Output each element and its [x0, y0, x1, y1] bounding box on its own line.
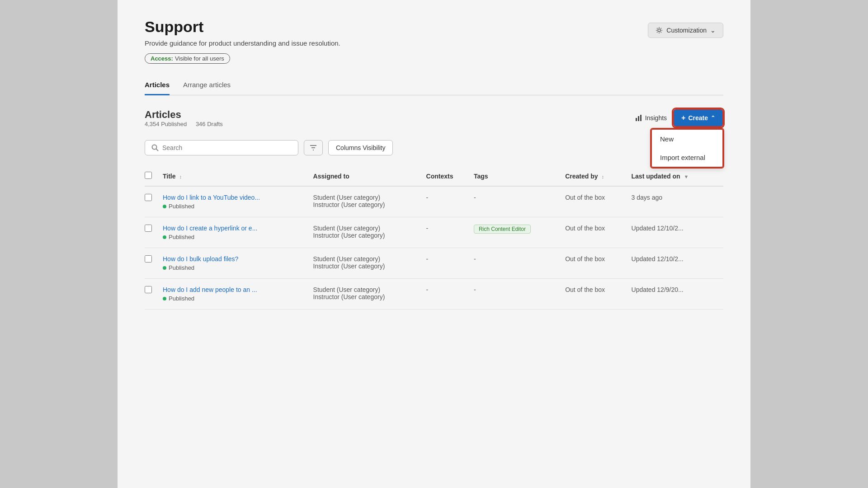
- tags-cell: -: [474, 279, 565, 310]
- table-row: How do I add new people to an ... Publis…: [145, 279, 723, 310]
- table-row: How do I bulk upload files? Published St…: [145, 248, 723, 279]
- created-by-cell: Out of the box: [565, 186, 631, 217]
- tabs-nav: Articles Arrange articles: [145, 76, 723, 95]
- created-by-cell: Out of the box: [565, 279, 631, 310]
- row-checkbox-0[interactable]: [145, 194, 152, 201]
- tags-cell: -: [474, 248, 565, 279]
- bar-chart-icon: [635, 114, 642, 122]
- last-updated-cell: 3 days ago: [632, 186, 723, 217]
- article-link-0[interactable]: How do I link to a YouTube video...: [163, 194, 308, 201]
- status-badge-3: Published: [163, 295, 308, 302]
- col-last-updated: Last updated on ▼: [632, 166, 723, 186]
- article-link-2[interactable]: How do I bulk upload files?: [163, 255, 308, 263]
- header-actions: Insights + Create ⌃ New Import external: [635, 109, 723, 127]
- svg-line-5: [156, 149, 159, 151]
- col-title-label: Title: [163, 173, 176, 180]
- tags-cell: -: [474, 186, 565, 217]
- published-count: 4,354 Published: [145, 121, 187, 127]
- tag-badge: Rich Content Editor: [474, 225, 531, 234]
- articles-meta: 4,354 Published 346 Drafts: [145, 121, 230, 127]
- svg-rect-1: [636, 118, 637, 121]
- status-badge-1: Published: [163, 234, 308, 240]
- row-checkbox-1[interactable]: [145, 225, 152, 232]
- sort-icon-created: ↕: [601, 174, 604, 179]
- green-dot-icon: [163, 205, 166, 208]
- articles-table: Title ↕ Assigned to Contexts Tags Create…: [145, 166, 723, 310]
- table-row: How do I link to a YouTube video... Publ…: [145, 186, 723, 217]
- assigned-to-cell: Student (User category)Instructor (User …: [313, 217, 426, 248]
- article-link-1[interactable]: How do I create a hyperlink or e...: [163, 225, 308, 232]
- insights-label: Insights: [645, 114, 667, 122]
- svg-rect-3: [640, 115, 642, 121]
- create-dropdown-menu: New Import external: [651, 129, 723, 168]
- customization-label: Customization: [666, 27, 707, 34]
- created-by-cell: Out of the box: [565, 217, 631, 248]
- green-dot-icon: [163, 235, 166, 239]
- search-input[interactable]: [162, 144, 292, 151]
- col-tags: Tags: [474, 166, 565, 186]
- assigned-to-cell: Student (User category)Instructor (User …: [313, 186, 426, 217]
- col-title: Title ↕: [163, 166, 313, 186]
- sort-icon-updated: ▼: [684, 174, 689, 179]
- article-link-3[interactable]: How do I add new people to an ...: [163, 286, 308, 293]
- create-label: Create: [688, 114, 708, 122]
- svg-rect-2: [638, 116, 639, 121]
- green-dot-icon: [163, 297, 166, 300]
- articles-title: Articles: [145, 109, 230, 121]
- row-checkbox-3[interactable]: [145, 286, 152, 293]
- row-checkbox-2[interactable]: [145, 255, 152, 263]
- create-button[interactable]: + Create ⌃: [673, 109, 723, 127]
- chevron-up-icon: ⌃: [711, 115, 715, 121]
- status-badge-0: Published: [163, 203, 308, 210]
- access-badge: Access: Visible for all users: [145, 53, 230, 64]
- table-row: How do I create a hyperlink or e... Publ…: [145, 217, 723, 248]
- gear-icon: [656, 27, 663, 34]
- contexts-cell: -: [426, 217, 474, 248]
- assigned-to-cell: Student (User category)Instructor (User …: [313, 248, 426, 279]
- plus-icon: +: [681, 114, 685, 122]
- col-created-by: Created by ↕: [565, 166, 631, 186]
- svg-point-0: [658, 29, 660, 32]
- select-all-checkbox[interactable]: [145, 172, 152, 179]
- assigned-to-cell: Student (User category)Instructor (User …: [313, 279, 426, 310]
- drafts-count: 346 Drafts: [196, 121, 223, 127]
- svg-point-4: [152, 145, 157, 150]
- dropdown-import-external[interactable]: Import external: [652, 148, 722, 167]
- dropdown-new[interactable]: New: [652, 130, 722, 148]
- chevron-down-icon: ⌄: [710, 27, 716, 34]
- access-label: Access:: [151, 55, 173, 62]
- search-box: [145, 140, 298, 155]
- col-created-label: Created by: [565, 173, 598, 180]
- col-contexts: Contexts: [426, 166, 474, 186]
- contexts-cell: -: [426, 279, 474, 310]
- search-icon: [151, 144, 159, 151]
- last-updated-cell: Updated 12/10/2...: [632, 217, 723, 248]
- filter-icon: [310, 144, 317, 151]
- col-assigned: Assigned to: [313, 166, 426, 186]
- filter-button[interactable]: [304, 140, 323, 155]
- tags-cell: Rich Content Editor: [474, 217, 565, 248]
- last-updated-cell: Updated 12/10/2...: [632, 248, 723, 279]
- insights-button[interactable]: Insights: [635, 114, 667, 122]
- select-all-header: [145, 166, 163, 186]
- access-value: Visible for all users: [175, 55, 224, 62]
- toolbar: Columns Visibility: [145, 140, 723, 155]
- page-description: Provide guidance for product understandi…: [145, 39, 340, 47]
- columns-visibility-button[interactable]: Columns Visibility: [328, 140, 393, 155]
- customization-button[interactable]: Customization ⌄: [648, 23, 723, 38]
- green-dot-icon: [163, 266, 166, 270]
- status-badge-2: Published: [163, 264, 308, 271]
- col-updated-label: Last updated on: [632, 173, 680, 180]
- contexts-cell: -: [426, 248, 474, 279]
- created-by-cell: Out of the box: [565, 248, 631, 279]
- contexts-cell: -: [426, 186, 474, 217]
- sort-icon-title: ↕: [179, 174, 182, 179]
- page-title: Support: [145, 18, 340, 36]
- tab-articles[interactable]: Articles: [145, 76, 170, 95]
- tab-arrange-articles[interactable]: Arrange articles: [183, 76, 231, 95]
- last-updated-cell: Updated 12/9/20...: [632, 279, 723, 310]
